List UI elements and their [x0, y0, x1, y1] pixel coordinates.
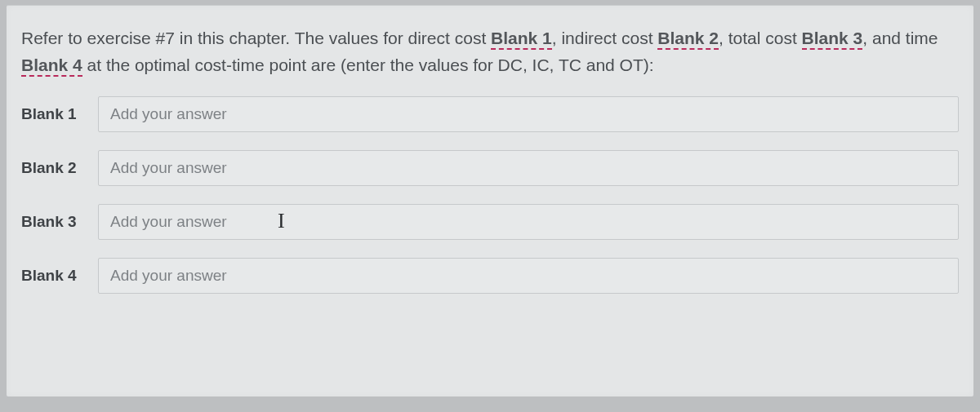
input-wrap-4 [98, 258, 959, 294]
prompt-text-1: Refer to exercise #7 in this chapter. Th… [21, 29, 491, 47]
blank-label-4: Blank 4 [21, 267, 88, 285]
blank-input-2[interactable] [98, 150, 959, 186]
prompt-text-5: at the optimal cost-time point are (ente… [82, 55, 654, 74]
blank-row-3: Blank 3 I [21, 204, 959, 240]
prompt-text-4: , and time [862, 29, 938, 47]
input-wrap-1 [98, 96, 959, 132]
prompt-blank-ref-4: Blank 4 [21, 55, 82, 77]
prompt-blank-ref-2: Blank 2 [657, 29, 719, 50]
prompt-text-2: , indirect cost [552, 29, 658, 47]
question-prompt: Refer to exercise #7 in this chapter. Th… [21, 25, 959, 78]
prompt-blank-ref-3: Blank 3 [802, 29, 863, 50]
blank-row-2: Blank 2 [21, 150, 959, 186]
blank-label-3: Blank 3 [21, 213, 88, 231]
prompt-blank-ref-1: Blank 1 [491, 29, 552, 50]
blank-row-4: Blank 4 [21, 258, 959, 294]
blank-label-2: Blank 2 [21, 159, 88, 177]
blank-label-1: Blank 1 [21, 105, 88, 123]
blank-input-3[interactable] [98, 204, 959, 240]
blank-row-1: Blank 1 [21, 96, 959, 132]
question-card: Refer to exercise #7 in this chapter. Th… [7, 5, 973, 396]
blank-input-4[interactable] [98, 258, 959, 294]
input-wrap-2 [98, 150, 959, 186]
answer-rows: Blank 1 Blank 2 Blank 3 I Blank 4 [21, 96, 959, 294]
blank-input-1[interactable] [98, 96, 959, 132]
input-wrap-3: I [98, 204, 959, 240]
prompt-text-3: , total cost [719, 29, 802, 47]
